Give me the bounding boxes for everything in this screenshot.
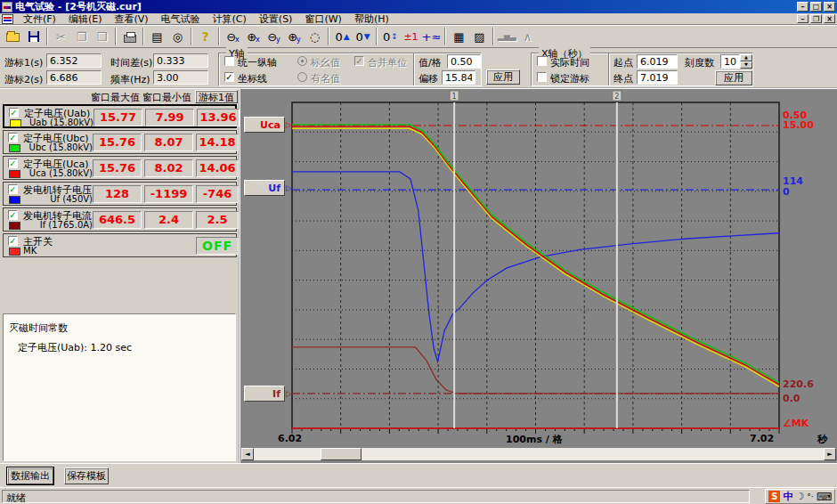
help-button[interactable]: ?: [195, 27, 215, 46]
maximize-button[interactable]: □: [810, 2, 822, 12]
shift-up-button[interactable]: 0▲: [332, 27, 353, 46]
grid-on-button[interactable]: ▦: [449, 27, 469, 46]
menu-edit[interactable]: 编辑(E): [62, 13, 109, 25]
unit-axis-button[interactable]: ±1: [401, 27, 421, 46]
close-button[interactable]: ×: [824, 2, 835, 12]
real-time-checkbox[interactable]: [537, 56, 547, 66]
unify-y-label: 统一纵轴: [238, 56, 277, 69]
waveform-chart[interactable]: 12 Uca▷Uf▷If▷0.5015.001140220.60.0∠MK 6.…: [240, 89, 837, 463]
menu-file[interactable]: 文件(F): [17, 13, 62, 25]
offset-input[interactable]: [442, 70, 475, 85]
scroll-track[interactable]: [254, 448, 824, 460]
app-icon: [2, 2, 12, 12]
document-icon[interactable]: [2, 14, 13, 24]
signal-sub-label: Ubc (15.80kV): [23, 142, 93, 152]
cut-button[interactable]: ✂: [51, 27, 71, 46]
select-zoom-button[interactable]: ◎: [167, 27, 188, 46]
zoom-out-y-button[interactable]: ⊖y: [264, 27, 284, 46]
copy-icon: ❐: [77, 30, 87, 44]
named-value-radio[interactable]: [297, 72, 307, 82]
print-button[interactable]: [119, 27, 140, 46]
histogram-button[interactable]: ▂▅▃: [497, 27, 517, 46]
timediff-value: 0.333: [153, 53, 208, 68]
horizontal-scrollbar[interactable]: ◄ ►: [241, 448, 836, 460]
result-panel: 灭磁时间常数 定子电压(Uab): 1.20 sec: [3, 313, 236, 461]
grid-off-button[interactable]: ▨: [469, 27, 490, 46]
save-template-button[interactable]: 保存模板: [64, 467, 109, 484]
spin-up-icon[interactable]: ▲: [740, 54, 752, 61]
menu-view[interactable]: 查看(V): [108, 13, 154, 25]
x-unit-label: 秒: [817, 433, 827, 446]
curve-tag-if[interactable]: If▷: [244, 386, 285, 402]
end-input[interactable]: [637, 70, 678, 85]
cursor1-value-button[interactable]: 游标1值: [195, 90, 238, 103]
curve-tag-pointer-icon: ▷: [286, 120, 292, 129]
add-curve-button[interactable]: +≈: [421, 27, 442, 46]
menu-help[interactable]: 帮助(H): [348, 13, 395, 25]
signal-row-uab[interactable]: 定子电压(Uab) Uab (15.80kV) 15.77 7.99 13.96: [3, 104, 237, 128]
spin-down-icon[interactable]: ▼: [740, 61, 752, 69]
signal-if-checkbox[interactable]: [8, 210, 18, 220]
zoom-in-x-button[interactable]: ⊕x: [243, 27, 264, 46]
ime-keyboard-icon[interactable]: ⌨: [817, 491, 832, 503]
value-per-grid-input[interactable]: [447, 54, 481, 69]
properties-icon: ▤: [151, 30, 162, 44]
histogram-icon: ▂▅▃: [498, 32, 516, 41]
chart-canvas[interactable]: 12: [240, 89, 837, 463]
menu-electric-test[interactable]: 电气试验: [155, 13, 207, 25]
mdi-close-button[interactable]: ×: [824, 14, 835, 23]
toolbar: ✂ ❐ ❒ ▤ ◎ ? ⊖x ⊕x ⊖y ⊕y ◌ 0▲ 0▼ 0↕ ±1 +≈…: [0, 25, 837, 48]
signal-row-mk[interactable]: 主开关 MK OFF: [3, 233, 237, 257]
signal-row-uf[interactable]: 发电机转子电压 Uf (450V) 128 -1199 -746: [3, 182, 237, 206]
divisions-input[interactable]: [720, 54, 740, 69]
signal-row-uca[interactable]: 定子电压(Uca) Uca (15.80kV) 15.76 8.02 14.06: [3, 156, 237, 180]
signal-mk-checkbox[interactable]: [8, 236, 18, 246]
window-max-value: 15.76: [93, 134, 142, 151]
save-button[interactable]: [23, 27, 44, 46]
shift-down-button[interactable]: 0▼: [353, 27, 373, 46]
scroll-left-button[interactable]: ◄: [241, 448, 254, 460]
ime-logo-icon[interactable]: S: [768, 491, 780, 502]
open-button[interactable]: [3, 27, 23, 46]
zoom-out-x-button[interactable]: ⊖x: [223, 27, 243, 46]
zoom-in-y-button[interactable]: ⊕y: [284, 27, 305, 46]
gridlines-checkbox[interactable]: [224, 72, 234, 82]
curve-tag-uca[interactable]: Uca▷: [244, 117, 285, 133]
perunit-radio[interactable]: [297, 56, 307, 66]
merge-unit-checkbox[interactable]: [354, 56, 364, 66]
signal-row-if[interactable]: 发电机转子电流 If (1765.0A) 646.5 2.4 2.5: [3, 207, 237, 232]
signal-uca-checkbox[interactable]: [8, 159, 18, 168]
scroll-right-button[interactable]: ►: [824, 448, 836, 460]
signal-uf-checkbox[interactable]: [8, 184, 18, 194]
data-export-button[interactable]: 数据输出: [7, 467, 53, 484]
x-axis-apply-button[interactable]: 应用: [715, 70, 752, 85]
curve-tag-uf[interactable]: Uf▷: [244, 180, 285, 196]
divisions-spinner[interactable]: ▲▼: [740, 54, 752, 69]
ime-punctuation-icon[interactable]: °·: [807, 492, 813, 501]
menu-calc[interactable]: 计算(C): [207, 13, 253, 25]
properties-button[interactable]: ▤: [147, 27, 167, 46]
scroll-thumb[interactable]: [321, 448, 362, 460]
zero-axis-button[interactable]: 0↕: [380, 27, 401, 46]
signal-row-ubc[interactable]: 定子电压(Ubc) Ubc (15.80kV) 15.76 8.07 14.18: [3, 130, 237, 154]
zoom-window-button[interactable]: ◌: [305, 27, 325, 46]
ime-shape-mode-icon[interactable]: ☽: [795, 491, 804, 502]
unify-y-checkbox[interactable]: [224, 56, 234, 66]
menu-settings[interactable]: 设置(S): [253, 13, 299, 25]
lock-cursor-checkbox[interactable]: [537, 72, 547, 82]
x-scale-label: 100ms / 格: [506, 433, 563, 446]
y-axis-apply-button[interactable]: 应用: [486, 69, 520, 85]
paste-button[interactable]: ❒: [92, 27, 112, 46]
mdi-minimize-button[interactable]: –: [797, 14, 809, 23]
ime-language-icon[interactable]: 中: [783, 490, 792, 503]
start-input[interactable]: [637, 54, 678, 69]
menu-window[interactable]: 窗口(W): [298, 13, 347, 25]
mdi-restore-button[interactable]: ❐: [810, 14, 822, 23]
tools-button[interactable]: ∧: [517, 27, 538, 46]
toolbar-separator: [328, 28, 329, 45]
axis-value-label: ∠MK: [783, 418, 809, 429]
signal-uab-checkbox[interactable]: [9, 108, 19, 118]
copy-button[interactable]: ❐: [71, 27, 92, 46]
minimize-button[interactable]: –: [797, 2, 809, 12]
signal-ubc-checkbox[interactable]: [8, 133, 18, 142]
